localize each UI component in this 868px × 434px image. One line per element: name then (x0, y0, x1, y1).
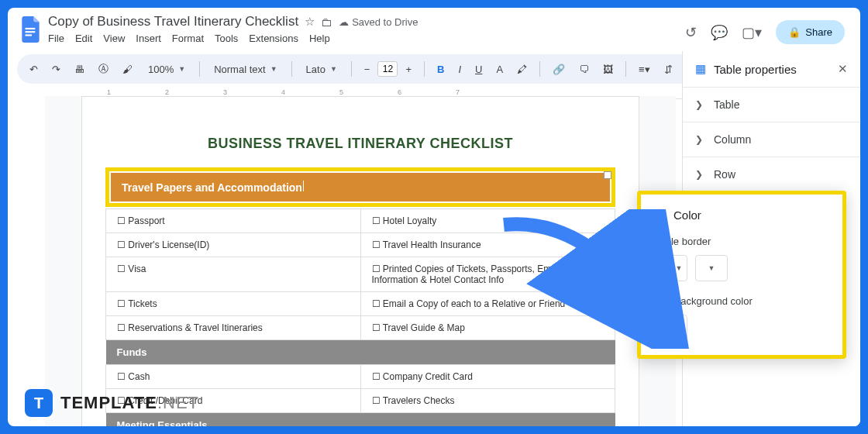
lock-icon: 🔒 (788, 26, 801, 38)
table-cell[interactable]: Tickets (106, 292, 361, 316)
undo-button[interactable]: ↶ (25, 60, 43, 78)
font-size-decrease[interactable]: − (360, 60, 375, 78)
save-status: ☁ Saved to Drive (339, 16, 418, 28)
section-header-travel-papers[interactable]: Travel Papers and Accommodation (111, 173, 610, 202)
menu-view[interactable]: View (103, 33, 125, 44)
bold-button[interactable]: B (432, 60, 449, 78)
menu-extensions[interactable]: Extensions (249, 33, 298, 44)
table-cell[interactable]: Travel Guide & Map (360, 316, 615, 340)
highlighted-cell: Travel Papers and Accommodation (105, 167, 615, 207)
cell-handle[interactable] (604, 171, 611, 179)
panel-title: Table properties (714, 63, 797, 76)
table-cell[interactable]: Hotel Loyalty (360, 209, 615, 233)
cell-bg-color-picker[interactable]: ▼ (655, 315, 687, 341)
table-cell[interactable]: Driver's License(ID) (106, 233, 361, 257)
menu-tools[interactable]: Tools (215, 33, 238, 44)
align-button[interactable]: ≡▾ (634, 60, 655, 78)
border-width-picker[interactable]: ▼ (695, 255, 728, 281)
cell-bg-label: Cell background color (655, 295, 828, 307)
style-select[interactable]: Normal text▼ (208, 60, 283, 78)
table-cell[interactable]: Passport (106, 209, 361, 233)
panel-section-row[interactable]: ❯Row (683, 157, 860, 191)
share-button[interactable]: 🔒 Share (776, 20, 845, 44)
svg-rect-2 (26, 34, 33, 36)
document-canvas[interactable]: BUSINESS TRAVEL ITINERARY CHECKLIST Trav… (45, 96, 676, 426)
star-icon[interactable]: ☆ (305, 15, 315, 29)
document-heading[interactable]: BUSINESS TRAVEL ITINERARY CHECKLIST (105, 136, 615, 152)
svg-rect-1 (26, 31, 36, 33)
print-button[interactable]: 🖶 (70, 60, 89, 78)
panel-section-color[interactable]: ❯ Color (655, 208, 828, 222)
watermark-icon: T (25, 389, 53, 417)
border-color-picker[interactable]: ▼ (655, 255, 687, 281)
image-button[interactable]: 🖼 (598, 60, 618, 78)
underline-button[interactable]: U (470, 60, 487, 78)
document-title[interactable]: Copy of Business Travel Itinerary Checkl… (48, 14, 298, 29)
panel-section-table[interactable]: ❯Table (683, 87, 860, 122)
font-select[interactable]: Lato▼ (300, 60, 343, 78)
comments-icon[interactable]: 💬 (711, 24, 728, 41)
chevron-right-icon: ❯ (695, 99, 703, 110)
svg-rect-0 (26, 28, 36, 29)
chevron-right-icon: ❯ (695, 169, 703, 180)
section-header-funds[interactable]: Funds (106, 340, 615, 364)
font-size-increase[interactable]: + (401, 60, 416, 78)
paint-format-button[interactable]: 🖌 (118, 60, 137, 78)
menu-bar: File Edit View Insert Format Tools Exten… (48, 29, 685, 44)
table-cell[interactable]: Travel Health Insurance (360, 233, 615, 257)
move-icon[interactable]: 🗀 (321, 16, 332, 29)
close-panel-button[interactable]: ✕ (838, 62, 848, 76)
color-section-popout: ❯ Color Table border ▼ ▼ Cell background… (637, 191, 846, 359)
meet-icon[interactable]: ▢▾ (742, 24, 762, 41)
history-icon[interactable]: ↺ (685, 24, 697, 41)
docs-logo[interactable] (17, 16, 45, 43)
table-cell[interactable]: Cash (106, 365, 361, 389)
menu-help[interactable]: Help (309, 33, 330, 44)
spellcheck-button[interactable]: Ⓐ (94, 59, 113, 79)
cloud-icon: ☁ (339, 16, 349, 28)
panel-section-column[interactable]: ❯Column (683, 122, 860, 157)
comment-button[interactable]: 🗨 (574, 60, 594, 78)
link-button[interactable]: 🔗 (548, 60, 570, 78)
menu-edit[interactable]: Edit (75, 33, 92, 44)
menu-file[interactable]: File (48, 33, 64, 44)
table-cell[interactable]: Email a Copy of each to a Relative or Fr… (360, 292, 615, 316)
zoom-select[interactable]: 100%▼ (142, 60, 191, 78)
text-color-button[interactable]: A (491, 60, 508, 78)
menu-format[interactable]: Format (172, 33, 204, 44)
table-cell[interactable]: Visa (106, 257, 361, 292)
table-border-label: Table border (655, 236, 828, 247)
highlight-button[interactable]: 🖍 (512, 60, 532, 78)
chevron-right-icon: ❯ (695, 134, 703, 145)
table-cell[interactable]: Printed Copies of Tickets, Passports, Em… (360, 257, 615, 292)
table-icon: ▦ (695, 62, 706, 76)
redo-button[interactable]: ↷ (47, 60, 65, 78)
font-size-input[interactable] (377, 61, 398, 77)
watermark: T TEMPLATE.NET (25, 389, 199, 417)
chevron-down-icon: ❯ (653, 212, 664, 219)
table-cell[interactable]: Company Credit Card (360, 365, 615, 389)
line-spacing-button[interactable]: ⇵ (660, 60, 677, 78)
table-cell[interactable]: Travelers Checks (360, 389, 615, 413)
menu-insert[interactable]: Insert (136, 33, 161, 44)
italic-button[interactable]: I (453, 60, 466, 78)
table-cell[interactable]: Reservations & Travel Itineraries (106, 316, 361, 340)
